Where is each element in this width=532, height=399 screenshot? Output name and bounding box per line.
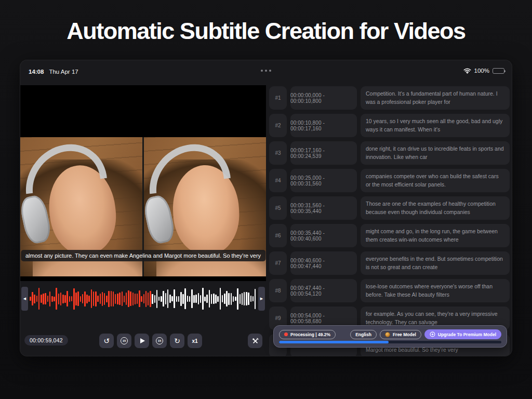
processing-panel: Processing | 49.2% English Free Model Up… <box>273 325 507 348</box>
coin-icon <box>385 332 390 337</box>
subtitle-row: #5 00:00:31,560 - 00:00:35,440 Those are… <box>269 196 510 220</box>
subtitle-row: #3 00:00:17,160 - 00:00:24,539 done righ… <box>269 141 510 165</box>
subtitle-text[interactable]: 10 years, so I very much seen all the go… <box>361 114 510 137</box>
subtitle-text[interactable]: might come and go, in the long run, the … <box>361 224 510 247</box>
subtitle-time[interactable]: 00:00:31,560 - 00:00:35,440 <box>290 196 357 220</box>
tools-button[interactable] <box>248 334 262 348</box>
speed-button[interactable]: x1 <box>188 334 202 348</box>
subtitle-text[interactable]: Competition. It's a fundamental part of … <box>361 86 510 110</box>
app-window: 14:08 Thu Apr 17 100% <box>20 60 512 356</box>
restart-icon: ↺ <box>103 337 110 344</box>
subtitle-text[interactable]: everyone benefits in the end. But someti… <box>361 251 510 275</box>
skip-back-15-icon: 15 <box>121 337 128 344</box>
subtitle-index: #7 <box>269 251 287 275</box>
subtitle-text[interactable]: companies compete over who can build the… <box>361 169 510 192</box>
speed-label: x1 <box>192 338 197 344</box>
subtitle-time[interactable]: 00:00:40,600 - 00:00:47,440 <box>290 251 357 275</box>
repeat-button[interactable]: ↻ <box>170 334 184 348</box>
processing-status-chip: Processing | 49.2% <box>279 330 336 339</box>
play-icon <box>140 338 145 343</box>
transport-controls: 00:00:59,042 ↺ 15 15 ↻ x1 <box>20 332 266 350</box>
video-player[interactable]: almost any picture. They can even make A… <box>20 85 266 281</box>
subtitle-text[interactable]: Those are one of the examples of healthy… <box>361 196 510 220</box>
subtitle-time[interactable]: 00:00:00,000 - 00:00:10,800 <box>290 86 357 110</box>
subtitle-text[interactable]: lose-lose outcomes where everyone's wors… <box>361 279 510 302</box>
premium-star-icon <box>430 331 435 337</box>
subtitle-index: #4 <box>269 169 287 192</box>
subtitle-index: #1 <box>269 86 287 110</box>
tools-icon <box>251 337 259 345</box>
subtitle-index: #2 <box>269 114 287 137</box>
language-button[interactable]: English <box>350 330 377 339</box>
status-bar: 14:08 Thu Apr 17 100% <box>20 60 512 83</box>
subtitle-index: #5 <box>269 196 287 220</box>
skip-forward-button[interactable]: 15 <box>152 334 167 348</box>
subtitle-row: #2 00:00:10,800 - 00:00:17,160 10 years,… <box>269 114 510 137</box>
battery-percent: 100% <box>474 68 489 74</box>
waveform-scrubber[interactable] <box>30 286 257 312</box>
skip-forward-15-icon: 15 <box>156 337 163 344</box>
recording-dot-icon <box>284 332 288 336</box>
skip-back-button[interactable]: 15 <box>117 334 131 348</box>
page-title: Automatic Subtitle Creation for Videos <box>0 18 532 45</box>
subtitle-overlay: almost any picture. They can even make A… <box>21 250 265 261</box>
subtitle-text[interactable]: done right, it can drive us to incredibl… <box>361 141 510 165</box>
subtitle-time[interactable]: 00:00:47,440 - 00:00:54,120 <box>290 279 357 302</box>
repeat-icon: ↻ <box>174 337 180 344</box>
subtitle-index: #3 <box>269 141 287 165</box>
subtitle-index: #8 <box>269 279 287 302</box>
subtitle-index: #6 <box>269 224 287 247</box>
waveform-row: ◀ ▶ <box>21 286 265 312</box>
subtitle-row: #6 00:00:35,440 - 00:00:40,600 might com… <box>269 224 510 247</box>
wifi-icon <box>463 68 471 74</box>
current-time-badge: 00:00:59,042 <box>24 335 68 345</box>
subtitle-time[interactable]: 00:00:25,000 - 00:00:31,560 <box>290 169 357 192</box>
progress-fill <box>279 341 389 343</box>
multitasking-dots-icon[interactable] <box>20 70 512 72</box>
restart-button[interactable]: ↺ <box>99 334 114 348</box>
subtitle-row: #8 00:00:47,440 - 00:00:54,120 lose-lose… <box>269 279 510 302</box>
subtitle-row: #7 00:00:40,600 - 00:00:47,440 everyone … <box>269 251 510 275</box>
subtitle-list: #1 00:00:00,000 - 00:00:10,800 Competiti… <box>269 86 510 356</box>
upgrade-premium-button[interactable]: Upgrade To Premium Model <box>424 329 501 339</box>
subtitle-time[interactable]: 00:00:10,800 - 00:00:17,160 <box>290 114 357 137</box>
free-model-button[interactable]: Free Model <box>380 330 421 339</box>
subtitle-row: #4 00:00:25,000 - 00:00:31,560 companies… <box>269 169 510 192</box>
play-button[interactable] <box>135 334 149 348</box>
waveform-left-button[interactable]: ◀ <box>21 287 28 311</box>
waveform-right-button[interactable]: ▶ <box>258 287 265 311</box>
subtitle-time[interactable]: 00:00:35,440 - 00:00:40,600 <box>290 224 357 247</box>
battery-icon <box>493 68 504 74</box>
progress-bar <box>279 341 501 343</box>
subtitle-row: #1 00:00:00,000 - 00:00:10,800 Competiti… <box>269 86 510 110</box>
subtitle-time[interactable]: 00:00:17,160 - 00:00:24,539 <box>290 141 357 165</box>
